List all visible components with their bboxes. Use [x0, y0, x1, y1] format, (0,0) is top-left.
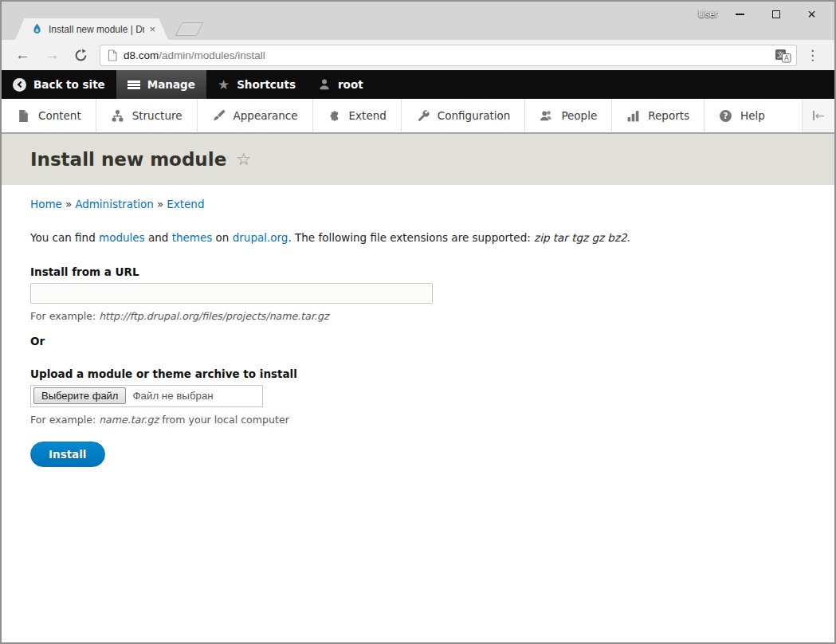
drupal-org-link[interactable]: drupal.org — [233, 231, 288, 244]
user-account-tab[interactable]: root — [307, 70, 375, 99]
close-button[interactable]: × — [794, 5, 830, 24]
browser-tab[interactable]: Install new module | Drup × — [15, 18, 168, 40]
new-tab-button[interactable] — [175, 22, 203, 36]
minimize-button[interactable] — [722, 5, 758, 24]
breadcrumb-home-link[interactable]: Home — [30, 198, 62, 210]
or-label: Or — [30, 335, 806, 348]
maximize-icon — [772, 10, 780, 18]
star-icon: ★ — [218, 77, 230, 92]
forward-icon: → — [37, 46, 67, 64]
collapse-left-icon: ← — [813, 111, 825, 120]
back-to-site-button[interactable]: Back to site — [2, 70, 116, 99]
breadcrumb-administration-link[interactable]: Administration — [75, 198, 154, 210]
tab-close-icon[interactable]: × — [149, 23, 155, 35]
svg-text:A: A — [784, 53, 789, 61]
tab-title: Install new module | Drup — [49, 24, 144, 35]
sitemap-icon — [111, 109, 124, 123]
breadcrumb: Home»Administration»Extend — [30, 198, 806, 210]
page-title: Install new module — [30, 149, 226, 170]
url-path: /admin/modules/install — [159, 49, 265, 61]
url-field-description: For example: http://ftp.drupal.org/files… — [30, 310, 806, 322]
supported-extensions: zip tar tgz gz bz2 — [534, 231, 627, 244]
browser-menu-icon[interactable]: ⋮ — [797, 47, 828, 64]
install-url-input[interactable] — [30, 283, 433, 304]
menu-item-configuration[interactable]: Configuration — [401, 99, 525, 132]
browser-window: Install new module | Drup × User × ← → d… — [0, 0, 836, 644]
chrome-profile-label[interactable]: User — [698, 9, 718, 20]
browser-navbar: ← → d8.com/admin/modules/install 文 A ⋮ — [2, 40, 834, 70]
choose-file-button[interactable]: Выберите файл — [33, 387, 126, 404]
toolbar-orientation-toggle[interactable]: ← — [802, 99, 834, 132]
drupal-favicon-icon — [31, 23, 43, 35]
bar-chart-icon — [626, 109, 640, 123]
minimize-icon — [736, 14, 744, 15]
drupal-menu-bar: Content Structure Appearance Extend — [2, 99, 834, 134]
upload-field-description: For example: name.tar.gz from your local… — [30, 414, 806, 426]
menu-item-content[interactable]: Content — [2, 99, 96, 132]
hamburger-icon — [128, 80, 140, 89]
upload-field-label: Upload a module or theme archive to inst… — [30, 367, 806, 380]
main-content: Home»Administration»Extend You can find … — [2, 185, 834, 467]
back-to-site-icon — [13, 78, 26, 92]
close-icon: × — [807, 7, 816, 22]
page-header: Install new module ☆ — [2, 134, 834, 185]
drupal-admin-toolbar: Back to site Manage ★ Shortcuts root — [2, 70, 834, 99]
reload-icon[interactable] — [74, 49, 88, 62]
breadcrumb-extend-link[interactable]: Extend — [167, 198, 204, 210]
menu-item-extend[interactable]: Extend — [312, 99, 401, 132]
people-icon — [540, 109, 553, 123]
url-field-label: Install from a URL — [30, 265, 806, 278]
window-controls: × — [722, 5, 830, 24]
shortcut-star-icon[interactable]: ☆ — [236, 150, 251, 169]
url-text[interactable]: d8.com/admin/modules/install — [124, 49, 770, 61]
breadcrumb-separator: » — [65, 198, 72, 210]
intro-text: You can find modules and themes on drupa… — [30, 230, 806, 245]
shortcuts-tab[interactable]: ★ Shortcuts — [206, 70, 307, 99]
menu-item-reports[interactable]: Reports — [611, 99, 704, 132]
help-icon: ? — [719, 109, 732, 123]
url-bar[interactable]: d8.com/admin/modules/install 文 A — [100, 45, 797, 66]
menu-item-people[interactable]: People — [524, 99, 611, 132]
themes-link[interactable]: themes — [172, 231, 213, 244]
paintbrush-icon — [212, 109, 226, 123]
breadcrumb-separator: » — [157, 198, 163, 210]
install-button[interactable]: Install — [30, 442, 105, 467]
file-status-text: Файл не выбран — [132, 390, 213, 402]
translate-icon[interactable]: 文 A — [775, 47, 791, 64]
user-icon — [318, 78, 331, 91]
wrench-icon — [416, 109, 430, 123]
url-host: d8.com — [124, 49, 159, 61]
browser-titlebar: Install new module | Drup × User × — [2, 2, 834, 40]
menu-item-appearance[interactable]: Appearance — [197, 99, 312, 132]
file-icon — [17, 109, 30, 123]
menu-item-structure[interactable]: Structure — [96, 99, 197, 132]
svg-text:?: ? — [724, 112, 728, 120]
file-upload-input[interactable]: Выберите файл Файл не выбран — [30, 385, 263, 407]
manage-tab[interactable]: Manage — [116, 70, 206, 99]
back-icon[interactable]: ← — [8, 46, 37, 64]
page-icon — [108, 49, 117, 61]
puzzle-icon — [328, 109, 341, 123]
menu-item-help[interactable]: ? Help — [704, 99, 779, 132]
maximize-button[interactable] — [758, 5, 794, 24]
modules-link[interactable]: modules — [99, 231, 145, 244]
